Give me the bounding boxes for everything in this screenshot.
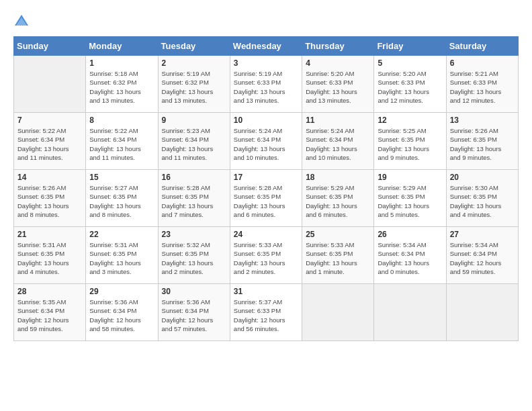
day-number: 9	[162, 116, 226, 125]
calendar-cell: 1Sunrise: 5:18 AM Sunset: 6:32 PM Daylig…	[86, 56, 158, 113]
day-detail: Sunrise: 5:18 AM Sunset: 6:32 PM Dayligh…	[89, 69, 154, 105]
day-number: 21	[17, 230, 82, 239]
logo-icon	[13, 13, 30, 30]
calendar-cell: 20Sunrise: 5:30 AM Sunset: 6:35 PM Dayli…	[446, 170, 518, 227]
weekday-header-wednesday: Wednesday	[230, 37, 302, 56]
calendar-cell: 19Sunrise: 5:29 AM Sunset: 6:35 PM Dayli…	[374, 170, 446, 227]
day-number: 12	[378, 116, 442, 125]
day-detail: Sunrise: 5:24 AM Sunset: 6:34 PM Dayligh…	[306, 126, 370, 162]
day-detail: Sunrise: 5:31 AM Sunset: 6:35 PM Dayligh…	[89, 240, 154, 276]
weekday-header-monday: Monday	[86, 37, 158, 56]
day-detail: Sunrise: 5:36 AM Sunset: 6:34 PM Dayligh…	[89, 298, 154, 333]
calendar-cell: 25Sunrise: 5:33 AM Sunset: 6:35 PM Dayli…	[302, 227, 374, 284]
calendar-cell: 29Sunrise: 5:36 AM Sunset: 6:34 PM Dayli…	[86, 284, 158, 341]
calendar-cell: 27Sunrise: 5:34 AM Sunset: 6:34 PM Dayli…	[446, 227, 518, 284]
day-number: 25	[306, 230, 370, 239]
calendar-cell: 24Sunrise: 5:33 AM Sunset: 6:35 PM Dayli…	[230, 227, 302, 284]
day-detail: Sunrise: 5:29 AM Sunset: 6:35 PM Dayligh…	[378, 183, 442, 219]
day-number: 14	[17, 173, 82, 182]
calendar-cell: 18Sunrise: 5:29 AM Sunset: 6:35 PM Dayli…	[302, 170, 374, 227]
calendar-week-3: 14Sunrise: 5:26 AM Sunset: 6:35 PM Dayli…	[14, 170, 519, 227]
day-number: 2	[162, 58, 226, 68]
day-detail: Sunrise: 5:29 AM Sunset: 6:35 PM Dayligh…	[306, 183, 370, 219]
day-detail: Sunrise: 5:33 AM Sunset: 6:35 PM Dayligh…	[306, 240, 370, 276]
day-detail: Sunrise: 5:27 AM Sunset: 6:35 PM Dayligh…	[89, 183, 154, 219]
day-detail: Sunrise: 5:33 AM Sunset: 6:35 PM Dayligh…	[234, 240, 298, 276]
day-number: 8	[89, 116, 154, 125]
logo	[13, 13, 32, 30]
calendar-cell: 11Sunrise: 5:24 AM Sunset: 6:34 PM Dayli…	[302, 113, 374, 170]
calendar-cell: 9Sunrise: 5:23 AM Sunset: 6:34 PM Daylig…	[158, 113, 230, 170]
day-detail: Sunrise: 5:31 AM Sunset: 6:35 PM Dayligh…	[17, 240, 82, 276]
day-number: 31	[234, 287, 298, 296]
calendar-cell: 30Sunrise: 5:36 AM Sunset: 6:34 PM Dayli…	[158, 284, 230, 341]
calendar-week-2: 7Sunrise: 5:22 AM Sunset: 6:34 PM Daylig…	[14, 113, 519, 170]
day-detail: Sunrise: 5:25 AM Sunset: 6:35 PM Dayligh…	[378, 126, 442, 162]
calendar-cell: 23Sunrise: 5:32 AM Sunset: 6:35 PM Dayli…	[158, 227, 230, 284]
calendar-cell	[14, 56, 86, 113]
day-number: 22	[89, 230, 154, 239]
day-detail: Sunrise: 5:19 AM Sunset: 6:33 PM Dayligh…	[234, 69, 298, 105]
day-number: 1	[89, 58, 154, 68]
day-number: 3	[234, 58, 298, 68]
day-detail: Sunrise: 5:22 AM Sunset: 6:34 PM Dayligh…	[17, 126, 82, 162]
day-number: 7	[17, 116, 82, 125]
calendar-table: SundayMondayTuesdayWednesdayThursdayFrid…	[13, 36, 519, 341]
day-detail: Sunrise: 5:34 AM Sunset: 6:34 PM Dayligh…	[450, 240, 515, 276]
calendar-cell: 17Sunrise: 5:28 AM Sunset: 6:35 PM Dayli…	[230, 170, 302, 227]
weekday-header-tuesday: Tuesday	[158, 37, 230, 56]
calendar-cell: 16Sunrise: 5:28 AM Sunset: 6:35 PM Dayli…	[158, 170, 230, 227]
header	[13, 13, 519, 30]
calendar-cell: 13Sunrise: 5:26 AM Sunset: 6:35 PM Dayli…	[446, 113, 518, 170]
day-number: 29	[89, 287, 154, 296]
calendar-cell: 10Sunrise: 5:24 AM Sunset: 6:34 PM Dayli…	[230, 113, 302, 170]
day-number: 20	[450, 173, 515, 182]
calendar-cell: 3Sunrise: 5:19 AM Sunset: 6:33 PM Daylig…	[230, 56, 302, 113]
day-number: 23	[162, 230, 226, 239]
day-number: 15	[89, 173, 154, 182]
day-number: 10	[234, 116, 298, 125]
calendar-cell: 2Sunrise: 5:19 AM Sunset: 6:32 PM Daylig…	[158, 56, 230, 113]
day-detail: Sunrise: 5:32 AM Sunset: 6:35 PM Dayligh…	[162, 240, 226, 276]
day-detail: Sunrise: 5:26 AM Sunset: 6:35 PM Dayligh…	[450, 126, 515, 162]
calendar-cell: 4Sunrise: 5:20 AM Sunset: 6:33 PM Daylig…	[302, 56, 374, 113]
day-detail: Sunrise: 5:20 AM Sunset: 6:33 PM Dayligh…	[378, 69, 442, 105]
calendar-week-5: 28Sunrise: 5:35 AM Sunset: 6:34 PM Dayli…	[14, 284, 519, 341]
weekday-header-friday: Friday	[374, 37, 446, 56]
calendar-cell: 6Sunrise: 5:21 AM Sunset: 6:33 PM Daylig…	[446, 56, 518, 113]
day-detail: Sunrise: 5:36 AM Sunset: 6:34 PM Dayligh…	[162, 298, 226, 333]
calendar-cell	[302, 284, 374, 341]
day-number: 13	[450, 116, 515, 125]
calendar-cell: 22Sunrise: 5:31 AM Sunset: 6:35 PM Dayli…	[86, 227, 158, 284]
calendar-cell: 31Sunrise: 5:37 AM Sunset: 6:33 PM Dayli…	[230, 284, 302, 341]
day-detail: Sunrise: 5:22 AM Sunset: 6:34 PM Dayligh…	[89, 126, 154, 162]
day-detail: Sunrise: 5:37 AM Sunset: 6:33 PM Dayligh…	[234, 298, 298, 333]
day-detail: Sunrise: 5:23 AM Sunset: 6:34 PM Dayligh…	[162, 126, 226, 162]
day-detail: Sunrise: 5:19 AM Sunset: 6:32 PM Dayligh…	[162, 69, 226, 105]
calendar-cell: 21Sunrise: 5:31 AM Sunset: 6:35 PM Dayli…	[14, 227, 86, 284]
day-detail: Sunrise: 5:24 AM Sunset: 6:34 PM Dayligh…	[234, 126, 298, 162]
weekday-header-thursday: Thursday	[302, 37, 374, 56]
day-detail: Sunrise: 5:35 AM Sunset: 6:34 PM Dayligh…	[17, 298, 82, 333]
day-number: 28	[17, 287, 82, 296]
calendar-cell: 26Sunrise: 5:34 AM Sunset: 6:34 PM Dayli…	[374, 227, 446, 284]
day-number: 24	[234, 230, 298, 239]
calendar-cell: 15Sunrise: 5:27 AM Sunset: 6:35 PM Dayli…	[86, 170, 158, 227]
calendar-week-1: 1Sunrise: 5:18 AM Sunset: 6:32 PM Daylig…	[14, 56, 519, 113]
day-number: 30	[162, 287, 226, 296]
calendar-cell: 7Sunrise: 5:22 AM Sunset: 6:34 PM Daylig…	[14, 113, 86, 170]
calendar-cell	[374, 284, 446, 341]
day-number: 5	[378, 58, 442, 68]
weekday-header-row: SundayMondayTuesdayWednesdayThursdayFrid…	[14, 37, 519, 56]
calendar-cell: 8Sunrise: 5:22 AM Sunset: 6:34 PM Daylig…	[86, 113, 158, 170]
day-detail: Sunrise: 5:28 AM Sunset: 6:35 PM Dayligh…	[162, 183, 226, 219]
day-number: 26	[378, 230, 442, 239]
calendar-cell: 28Sunrise: 5:35 AM Sunset: 6:34 PM Dayli…	[14, 284, 86, 341]
weekday-header-sunday: Sunday	[14, 37, 86, 56]
day-detail: Sunrise: 5:28 AM Sunset: 6:35 PM Dayligh…	[234, 183, 298, 219]
day-detail: Sunrise: 5:26 AM Sunset: 6:35 PM Dayligh…	[17, 183, 82, 219]
calendar-cell: 14Sunrise: 5:26 AM Sunset: 6:35 PM Dayli…	[14, 170, 86, 227]
calendar-week-4: 21Sunrise: 5:31 AM Sunset: 6:35 PM Dayli…	[14, 227, 519, 284]
day-detail: Sunrise: 5:30 AM Sunset: 6:35 PM Dayligh…	[450, 183, 515, 219]
weekday-header-saturday: Saturday	[446, 37, 518, 56]
